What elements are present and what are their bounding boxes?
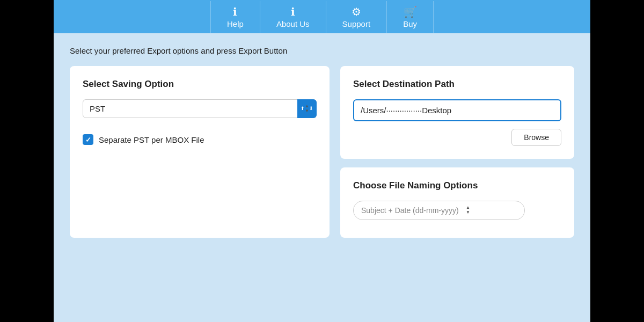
nav-buy-label: Buy bbox=[403, 19, 417, 28]
nav-item-support[interactable]: ⚙ Support bbox=[326, 1, 387, 33]
main-content: Select your preferred Export options and… bbox=[54, 33, 590, 322]
app-wrapper: ℹ Help ℹ About Us ⚙ Support 🛒 Buy Select… bbox=[54, 0, 590, 322]
destination-path-panel: Select Destination Path Browse bbox=[340, 66, 574, 159]
right-panels: Select Destination Path Browse Choose Fi… bbox=[340, 66, 574, 238]
nav-item-about[interactable]: ℹ About Us bbox=[260, 1, 326, 33]
nav-support-label: Support bbox=[342, 19, 371, 28]
support-icon: ⚙ bbox=[352, 5, 361, 18]
file-naming-panel: Choose File Naming Options Subject + Dat… bbox=[340, 167, 574, 238]
path-input-wrapper bbox=[353, 99, 561, 121]
buy-icon: 🛒 bbox=[404, 5, 417, 18]
help-icon: ℹ bbox=[233, 5, 237, 18]
file-naming-title: Choose File Naming Options bbox=[353, 180, 561, 191]
saving-option-title: Select Saving Option bbox=[83, 79, 317, 90]
checkbox-row: Separate PST per MBOX File bbox=[83, 134, 317, 145]
select-wrapper: PST ▲ ▼ bbox=[83, 99, 317, 118]
nav-help-label: Help bbox=[227, 19, 244, 28]
nav-item-buy[interactable]: 🛒 Buy bbox=[387, 1, 434, 33]
file-naming-select[interactable]: Subject + Date (dd-mm-yyyy) bbox=[353, 201, 525, 220]
destination-path-input[interactable] bbox=[353, 99, 561, 121]
nav-about-label: About Us bbox=[276, 19, 310, 28]
nav-item-help[interactable]: ℹ Help bbox=[210, 1, 260, 33]
left-panel: Select Saving Option PST ▲ ▼ Separate PS bbox=[70, 66, 330, 238]
top-nav: ℹ Help ℹ About Us ⚙ Support 🛒 Buy bbox=[54, 0, 590, 33]
destination-path-title: Select Destination Path bbox=[353, 79, 561, 90]
separate-pst-checkbox[interactable] bbox=[83, 134, 93, 145]
saving-option-select[interactable]: PST bbox=[83, 99, 317, 118]
file-naming-select-wrapper: Subject + Date (dd-mm-yyyy) ▲ ▼ bbox=[353, 201, 561, 220]
browse-row: Browse bbox=[353, 129, 561, 146]
panels-row: Select Saving Option PST ▲ ▼ Separate PS bbox=[70, 66, 574, 238]
about-icon: ℹ bbox=[291, 5, 295, 18]
separate-pst-label: Separate PST per MBOX File bbox=[99, 135, 204, 144]
instruction-text: Select your preferred Export options and… bbox=[70, 46, 574, 55]
browse-button[interactable]: Browse bbox=[511, 129, 561, 146]
